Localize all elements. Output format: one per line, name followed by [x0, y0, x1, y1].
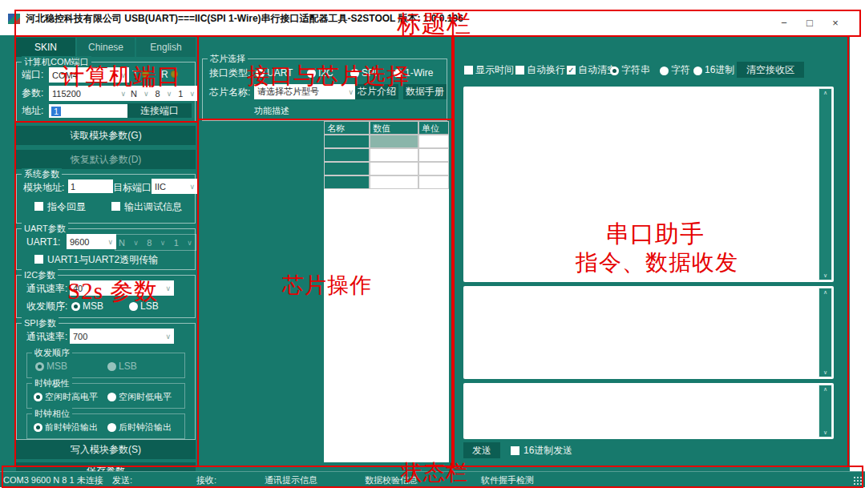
mode-string-radio[interactable]	[610, 67, 619, 75]
i2c-speed-select[interactable]: 40 ∨	[70, 280, 174, 296]
spi-msb-radio[interactable]	[35, 362, 44, 371]
mode-hex-radio[interactable]	[693, 67, 702, 75]
table-row[interactable]	[324, 175, 449, 189]
rx-indicator-label: R	[161, 68, 168, 82]
i2c-speed-label: 通讯速率:	[26, 282, 67, 296]
spi-cpha-back-label: 后时钟沿输出	[119, 421, 172, 434]
scroll-down-icon[interactable]: ∨	[823, 272, 827, 279]
chevron-down-icon: ∨	[167, 90, 172, 98]
spi-order-title: 收发顺序	[32, 347, 72, 358]
send-button[interactable]: 发送	[463, 442, 500, 458]
chip-select-group: 芯片选择 接口类型: UART I2C SPI 1-Wire 芯片名称: 请选择…	[202, 58, 447, 121]
spi-cpol-high-radio[interactable]	[34, 393, 42, 401]
table-row[interactable]	[324, 135, 449, 148]
status-bar: COM3 9600 N 8 1 未连接 发送: 接收: 通讯提示信息 数据校验信…	[0, 471, 865, 487]
spi-lsb-radio[interactable]	[107, 362, 116, 371]
tab-chinese[interactable]: Chinese	[77, 38, 135, 57]
scrollbar[interactable]: ∧ ∨	[819, 88, 832, 280]
read-module-params-button[interactable]: 读取模块参数(G)	[16, 126, 196, 145]
maximize-button[interactable]: □	[798, 14, 822, 32]
chevron-down-icon: ∨	[120, 71, 126, 79]
interface-1wire-label: 1-Wire	[405, 67, 433, 80]
minimize-button[interactable]: −	[772, 14, 796, 32]
spi-cpol-low-radio[interactable]	[107, 393, 116, 401]
uart1-frame-select[interactable]: N∨ 8∨ 1∨	[115, 234, 196, 251]
i2c-lsb-label: LSB	[140, 300, 159, 313]
restore-default-params-button[interactable]: 恢复默认参数(D)	[16, 150, 196, 169]
table-header-value: 数值	[370, 121, 418, 135]
table-row[interactable]	[324, 148, 449, 162]
uart1-label: UART1:	[26, 236, 60, 249]
com-port-group: 计算机COM端口 端口: COM4 ∨ T R 参数: 115200 ∨ N∨ …	[16, 62, 196, 123]
spi-cpha-back-radio[interactable]	[107, 423, 116, 432]
uart-params-group: UART参数 UART1: 9600 ∨ N∨ 8∨ 1∨ UART1与UART…	[16, 228, 196, 270]
chip-value-table: 名称 数值 单位	[324, 121, 449, 189]
send-textarea[interactable]: ∧ ∨	[463, 383, 834, 439]
chip-name-select[interactable]: 请选择芯片型号 ∨	[254, 84, 357, 99]
scroll-down-icon[interactable]: ∨	[823, 429, 827, 436]
auto-newline-label: 自动换行	[527, 63, 565, 77]
tab-english[interactable]: English	[136, 38, 196, 57]
chevron-down-icon: ∨	[160, 239, 166, 247]
com-port-group-title: 计算机COM端口	[22, 56, 91, 67]
auto-clear-checkbox[interactable]: ✓	[567, 66, 576, 75]
close-button[interactable]: ×	[823, 14, 847, 32]
scroll-up-icon[interactable]: ∧	[823, 289, 827, 296]
spi-cpha-front-radio[interactable]	[34, 423, 42, 432]
interface-1wire-radio[interactable]	[394, 69, 402, 78]
receive-textarea[interactable]: ∧ ∨	[463, 87, 834, 282]
hex-send-label: 16进制发送	[523, 444, 572, 458]
uart1-baud-select[interactable]: 9600 ∨	[67, 234, 116, 249]
debug-checkbox[interactable]	[111, 202, 120, 211]
uart-transparent-label: UART1与UART2透明传输	[47, 253, 158, 267]
resize-grip[interactable]	[853, 476, 862, 485]
i2c-msb-radio[interactable]	[71, 302, 80, 311]
i2c-lsb-radio[interactable]	[129, 302, 138, 311]
interface-uart-radio[interactable]	[256, 69, 265, 78]
chip-name-label: 芯片名称:	[209, 86, 250, 99]
clear-receive-button[interactable]: 清空接收区	[737, 62, 804, 78]
spi-speed-select[interactable]: 700 ∨	[70, 329, 174, 344]
target-port-label: 目标端口:	[113, 181, 154, 195]
mode-char-radio[interactable]	[660, 67, 669, 75]
tab-skin[interactable]: SKIN	[16, 38, 75, 57]
auto-newline-checkbox[interactable]	[515, 66, 524, 75]
right-panel: 显示时间 自动换行 ✓ 自动清空 字符串 字符 16进制 清空接收区 ∧ ∨ ∧…	[453, 38, 847, 471]
spi-order-subgroup: 收发顺序 MSB LSB	[26, 353, 185, 378]
interface-uart-label: UART	[267, 67, 293, 80]
write-module-params-button[interactable]: 写入模块参数(S)	[16, 440, 196, 459]
scroll-up-icon[interactable]: ∧	[823, 386, 827, 393]
scroll-up-icon[interactable]: ∧	[823, 90, 827, 96]
status-received: 接收:	[196, 474, 216, 486]
status-sent: 发送:	[112, 474, 132, 486]
interface-i2c-radio[interactable]	[307, 69, 316, 78]
interface-spi-radio[interactable]	[350, 69, 359, 78]
frame-select[interactable]: N∨ 8∨ 1∨	[127, 86, 198, 101]
spi-cpol-title: 时钟极性	[32, 377, 72, 389]
connect-port-button[interactable]: 连接端口	[127, 103, 192, 118]
target-port-select[interactable]: IIC ∨	[152, 179, 198, 194]
address-input[interactable]: 1	[49, 104, 127, 118]
chip-intro-button[interactable]: 芯片介绍	[355, 84, 398, 99]
scrollbar[interactable]: ∧ ∨	[819, 288, 832, 377]
mode-char-label: 字符	[671, 63, 690, 77]
spi-msb-label: MSB	[46, 360, 67, 373]
show-time-checkbox[interactable]	[464, 66, 473, 75]
baud-select[interactable]: 115200 ∨	[49, 86, 129, 101]
tx-indicator-light	[142, 71, 149, 78]
hex-send-checkbox[interactable]	[511, 446, 519, 455]
scrollbar[interactable]: ∧ ∨	[819, 385, 832, 437]
param-label: 参数:	[22, 87, 43, 100]
port-select[interactable]: COM4 ∨	[49, 67, 129, 83]
scroll-down-icon[interactable]: ∨	[823, 369, 827, 376]
uart-transparent-checkbox[interactable]	[34, 255, 43, 264]
chevron-down-icon: ∨	[348, 88, 354, 96]
middle-panel: 芯片选择 接口类型: UART I2C SPI 1-Wire 芯片名称: 请选择…	[200, 38, 451, 471]
table-row[interactable]	[324, 162, 449, 175]
datasheet-button[interactable]: 数据手册	[403, 84, 447, 99]
left-panel: SKIN Chinese English 计算机COM端口 端口: COM4 ∨…	[16, 38, 196, 483]
module-addr-input[interactable]: 1	[68, 179, 113, 193]
chip-operation-sidebar	[204, 121, 324, 462]
echo-checkbox[interactable]	[34, 202, 43, 211]
message-textarea[interactable]: ∧ ∨	[463, 286, 834, 379]
